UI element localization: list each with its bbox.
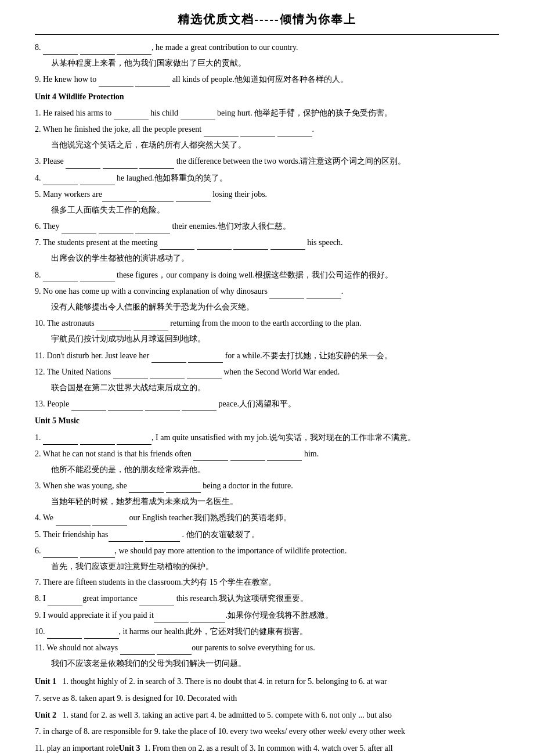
blank xyxy=(103,153,138,168)
answer-u1: Unit 1 1. thought highly of 2. in search… xyxy=(35,674,499,690)
blank xyxy=(182,396,217,411)
blank xyxy=(151,348,186,363)
u4-line-13: 13. People peace.人们渴望和平。 xyxy=(35,396,499,411)
u5-line-2-cn: 他所不能忍受的是，他的朋友经常戏弄他。 xyxy=(51,462,499,477)
u4-line-1: 1. He raised his arms to his child being… xyxy=(35,105,499,120)
blank xyxy=(145,396,180,411)
u5-line-7: 7. There are fifteen students in the cla… xyxy=(35,575,499,589)
unit5-title: Unit 5 Music xyxy=(35,413,499,428)
blank xyxy=(270,235,305,250)
u4-line-11: 11. Don't disturb her. Just leave her fo… xyxy=(35,348,499,363)
u5-line-5: 5. Their friendship has . 他们的友谊破裂了。 xyxy=(35,527,499,542)
u4-line-2: 2. When he finished the joke, all the pe… xyxy=(35,121,499,136)
divider xyxy=(35,34,499,35)
blank xyxy=(47,624,82,639)
blank xyxy=(135,71,170,87)
blank xyxy=(117,39,151,55)
blank xyxy=(99,71,134,87)
blank xyxy=(120,640,155,655)
blank xyxy=(145,527,180,542)
blank xyxy=(56,510,91,525)
blank xyxy=(129,478,164,493)
u5-line-1: 1. , I am quite unsatisfied with my job.… xyxy=(35,430,499,445)
blank xyxy=(84,624,119,639)
blank xyxy=(48,591,82,606)
answer-u2-3: 11. play an important roleUnit 3 1. From… xyxy=(35,741,499,756)
blank xyxy=(193,446,228,461)
u5-line-3-cn: 当她年轻的时候，她梦想着成为未来成为一名医生。 xyxy=(51,494,499,509)
u5-line-2: 2. What he can not stand is that his fri… xyxy=(35,446,499,461)
u4-line-6: 6. They their enemies.他们对敌人很仁慈。 xyxy=(35,218,499,233)
blank xyxy=(92,510,127,525)
blank xyxy=(181,105,215,120)
blank xyxy=(150,364,185,379)
answer-section: Unit 1 1. thought highly of 2. in search… xyxy=(35,674,499,756)
u4-line-12-cn: 联合国是在第二次世界大战结束后成立的。 xyxy=(51,380,499,395)
u5-line-11-cn: 我们不应该老是依赖我们的父母为我们解决一切问题。 xyxy=(51,656,499,671)
blank xyxy=(43,430,78,445)
answer-u2: Unit 2 1. stand for 2. as well 3. taking… xyxy=(35,708,499,723)
u4-line-10-cn: 宇航员们按计划成功地从月球返回到地球。 xyxy=(51,332,499,346)
u5-line-10: 10. , it harms our health.此外，它还对我们的健康有损害… xyxy=(35,624,499,639)
blank xyxy=(80,430,115,445)
blank xyxy=(71,396,106,411)
blank xyxy=(43,543,78,558)
blank xyxy=(190,607,225,622)
u4-line-8: 8. these figures，our company is doing we… xyxy=(35,267,499,282)
blank xyxy=(109,527,143,542)
blank xyxy=(62,218,96,233)
blank xyxy=(160,235,194,250)
blank xyxy=(135,218,170,233)
blank xyxy=(117,430,151,445)
blank xyxy=(197,235,232,250)
blank xyxy=(188,348,223,363)
answer-u2-label: Unit 2 xyxy=(35,711,56,719)
blank xyxy=(157,640,192,655)
answer-u1-2: 7. serve as 8. taken apart 9. is designe… xyxy=(35,691,499,707)
u4-line-5-cn: 很多工人面临失去工作的危险。 xyxy=(51,203,499,217)
blank xyxy=(240,121,275,136)
u4-line-7: 7. The students present at the meeting h… xyxy=(35,235,499,250)
blank xyxy=(139,591,174,606)
blank xyxy=(187,364,222,379)
u4-line-9: 9. No one has come up with a convincing … xyxy=(35,283,499,298)
blank xyxy=(154,607,189,622)
u4-line-10: 10. The astronauts returning from the mo… xyxy=(35,315,499,330)
blank xyxy=(269,283,304,298)
blank xyxy=(139,186,174,201)
u5-line-6-cn: 首先，我们应该更加注意野生动植物的保护。 xyxy=(51,559,499,574)
unit4-title: Unit 4 Wildlife Protection xyxy=(35,89,499,104)
u5-line-3: 3. When she was young, she being a docto… xyxy=(35,478,499,493)
blank xyxy=(113,364,148,379)
blank xyxy=(108,396,143,411)
answer-u2-2: 7. in charge of 8. are responsible for 9… xyxy=(35,724,499,740)
answer-u1-label: Unit 1 xyxy=(35,677,56,686)
blank xyxy=(80,39,115,55)
blank xyxy=(80,267,115,282)
blank xyxy=(43,170,78,185)
blank xyxy=(166,478,201,493)
blank xyxy=(114,105,149,120)
page-title: 精选优质文档-----倾情为你奉上 xyxy=(35,12,499,27)
line-9: 9. He knew how to all kinds of people.他知… xyxy=(35,71,499,87)
u5-line-4: 4. We our English teacher.我们熟悉我们的英语老师。 xyxy=(35,510,499,525)
blank xyxy=(139,153,174,168)
u4-line-5: 5. Many workers are losing their jobs. xyxy=(35,186,499,201)
blank xyxy=(80,170,115,185)
u4-line-7-cn: 出席会议的学生都被他的演讲感动了。 xyxy=(51,251,499,265)
blank xyxy=(43,267,78,282)
u5-line-8: 8. I great importance this research.我认为这… xyxy=(35,591,499,606)
u4-line-9-cn: 没有人能够提出令人信服的解释关于恐龙为什么会灭绝。 xyxy=(51,300,499,314)
blank xyxy=(96,315,131,330)
blank xyxy=(306,283,341,298)
blank xyxy=(230,446,265,461)
blank xyxy=(134,315,168,330)
u4-line-12: 12. The United Nations when the Second W… xyxy=(35,364,499,379)
u5-line-6: 6. , we should pay more attention to the… xyxy=(35,543,499,558)
blank xyxy=(204,121,239,136)
blank xyxy=(66,153,100,168)
blank xyxy=(80,543,115,558)
u4-line-3: 3. Please the difference between the two… xyxy=(35,153,499,168)
line-8: 8. , he made a great contribution to our… xyxy=(35,39,499,55)
blank xyxy=(233,235,268,250)
